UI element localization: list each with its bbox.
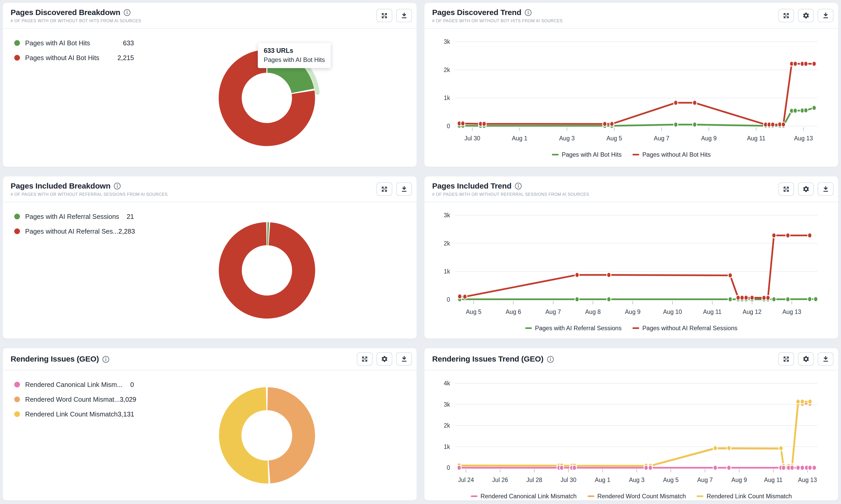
legend-item[interactable]: Rendered Word Count Mismatch <box>588 493 686 500</box>
line-chart-pages-discovered-trend[interactable]: 01k2k3kJul 30Aug 1Aug 3Aug 5Aug 7Aug 9Au… <box>430 31 833 149</box>
panel-body: Pages with AI Bot Hits 633 Pages without… <box>3 29 417 167</box>
legend-dot-yellow <box>14 411 20 417</box>
download-button[interactable] <box>818 182 834 196</box>
panel-header-text: Pages Discovered Trend # OF PAGES WITH O… <box>432 8 563 23</box>
legend-item[interactable]: Rendered Link Count Mismatch <box>697 493 792 500</box>
legend-label: Pages without AI Bot Hits <box>642 151 711 158</box>
panel-body: Rendered Canonical Link Mism... 0 Render… <box>3 371 417 500</box>
settings-button[interactable] <box>798 182 814 196</box>
svg-text:Aug 7: Aug 7 <box>697 476 713 483</box>
panel-actions <box>778 182 834 196</box>
panel-title: Pages Included Trend <box>432 182 512 191</box>
donut-legend: Pages with AI Referral Sessions 21 Pages… <box>14 212 134 241</box>
panel-pages-discovered-breakdown: Pages Discovered Breakdown # OF PAGES WI… <box>3 3 417 167</box>
download-button[interactable] <box>818 9 834 22</box>
panel-actions <box>778 9 834 22</box>
info-icon[interactable] <box>524 9 532 16</box>
svg-text:1k: 1k <box>444 94 450 101</box>
svg-text:Aug 13: Aug 13 <box>794 135 813 142</box>
panel-header: Pages Discovered Trend # OF PAGES WITH O… <box>424 3 838 29</box>
settings-button[interactable] <box>798 352 814 366</box>
legend-item[interactable]: Rendered Canonical Link Mism... 0 <box>14 380 134 389</box>
svg-text:Aug 5: Aug 5 <box>607 135 622 142</box>
expand-button[interactable] <box>376 182 392 196</box>
panel-rendering-issues-trend: Rendering Issues Trend (GEO) 01k2k3k4kJu… <box>424 348 838 501</box>
panel-subtitle: # OF PAGES WITH OR WITHOUT REFERRAL SESS… <box>432 192 589 197</box>
svg-text:0: 0 <box>447 464 450 471</box>
panel-pages-included-trend: Pages Included Trend # OF PAGES WITH OR … <box>424 176 838 339</box>
settings-button[interactable] <box>376 352 392 366</box>
legend-label: Pages without AI Bot Hits <box>25 54 99 61</box>
svg-text:0: 0 <box>447 123 450 129</box>
legend-item[interactable]: Pages with AI Bot Hits 633 <box>14 39 134 48</box>
legend-item[interactable]: Pages without AI Bot Hits <box>632 151 711 158</box>
line-chart-pages-included-trend[interactable]: 01k2k3kAug 5Aug 6Aug 7Aug 8Aug 9Aug 10Au… <box>430 204 833 322</box>
info-icon[interactable] <box>113 182 121 190</box>
svg-text:3k: 3k <box>444 212 450 219</box>
legend-dash-green <box>552 154 559 156</box>
legend-value: 3,029 <box>120 396 136 403</box>
legend-dash-yellow <box>697 496 703 497</box>
legend-item[interactable]: Pages with AI Referral Sessions <box>525 325 622 332</box>
svg-text:Aug 5: Aug 5 <box>466 308 481 315</box>
svg-text:Aug 13: Aug 13 <box>783 308 801 315</box>
expand-button[interactable] <box>376 9 392 22</box>
panel-subtitle: # OF PAGES WITH OR WITHOUT BOT HITS FROM… <box>11 19 141 23</box>
info-icon[interactable] <box>123 9 131 16</box>
info-icon[interactable] <box>102 356 110 363</box>
legend-dash-red <box>632 327 639 329</box>
panel-title: Pages Included Breakdown <box>11 182 110 191</box>
legend-item[interactable]: Rendered Word Count Mismat... 3,029 <box>14 395 134 404</box>
legend-item[interactable]: Pages without AI Referral Sessions <box>632 325 737 332</box>
download-button[interactable] <box>396 352 412 366</box>
expand-button[interactable] <box>357 352 373 366</box>
svg-text:Aug 11: Aug 11 <box>764 476 783 483</box>
svg-text:Aug 8: Aug 8 <box>585 308 601 315</box>
svg-text:Aug 3: Aug 3 <box>629 476 644 483</box>
legend-item[interactable]: Pages without AI Referral Ses... 2,283 <box>14 227 134 236</box>
legend-label: Rendered Link Count Mismatch <box>25 411 118 418</box>
legend-dash-green <box>525 327 532 329</box>
svg-text:Aug 1: Aug 1 <box>595 476 610 483</box>
chart-tooltip: 633 URLs Pages with AI Bot Hits <box>258 43 331 68</box>
svg-text:Aug 11: Aug 11 <box>703 308 721 315</box>
panel-actions <box>778 352 834 366</box>
legend-value: 2,215 <box>118 54 134 61</box>
panel-subtitle: # OF PAGES WITH OR WITHOUT REFERRAL SESS… <box>11 192 168 197</box>
legend-item[interactable]: Pages with AI Bot Hits <box>552 151 622 158</box>
expand-button[interactable] <box>778 9 794 22</box>
legend-item[interactable]: Pages without AI Bot Hits 2,215 <box>14 53 134 62</box>
donut-chart-rendering-issues[interactable] <box>212 381 321 490</box>
legend-item[interactable]: Rendered Link Count Mismatch 3,131 <box>14 410 134 418</box>
legend-item[interactable]: Pages with AI Referral Sessions 21 <box>14 212 134 221</box>
download-button[interactable] <box>396 182 412 196</box>
donut-legend: Pages with AI Bot Hits 633 Pages without… <box>14 39 134 68</box>
line-chart-rendering-issues-trend[interactable]: 01k2k3k4kJul 24Jul 26Jul 28Jul 30Aug 1Au… <box>430 373 833 490</box>
legend-dot-orange <box>14 397 20 402</box>
panel-actions <box>376 9 412 22</box>
panel-body: 01k2k3k4kJul 24Jul 26Jul 28Jul 30Aug 1Au… <box>424 371 838 501</box>
info-icon[interactable] <box>515 182 522 190</box>
panel-header: Rendering Issues Trend (GEO) <box>424 348 838 371</box>
settings-button[interactable] <box>798 9 814 22</box>
expand-button[interactable] <box>778 182 794 196</box>
svg-text:Jul 28: Jul 28 <box>526 476 542 483</box>
legend-value: 2,283 <box>119 228 135 235</box>
expand-button[interactable] <box>778 352 794 366</box>
legend-dot-green <box>14 214 20 219</box>
svg-text:Jul 24: Jul 24 <box>458 476 474 483</box>
panel-header-text: Rendering Issues (GEO) <box>11 355 110 363</box>
svg-text:1k: 1k <box>444 444 450 450</box>
legend-label: Pages with AI Referral Sessions <box>535 325 622 332</box>
download-button[interactable] <box>396 9 412 22</box>
svg-text:Aug 3: Aug 3 <box>559 135 575 142</box>
info-icon[interactable] <box>547 356 554 363</box>
donut-chart-pages-included[interactable] <box>212 216 321 325</box>
legend-dot-red <box>14 55 20 60</box>
panel-subtitle: # OF PAGES WITH OR WITHOUT BOT HITS FROM… <box>432 19 563 23</box>
legend-item[interactable]: Rendered Canonical Link Mismatch <box>471 493 577 500</box>
panel-header-text: Pages Included Trend # OF PAGES WITH OR … <box>432 182 589 197</box>
svg-text:Jul 26: Jul 26 <box>492 476 508 483</box>
download-button[interactable] <box>818 352 834 366</box>
panel-actions <box>376 182 412 196</box>
